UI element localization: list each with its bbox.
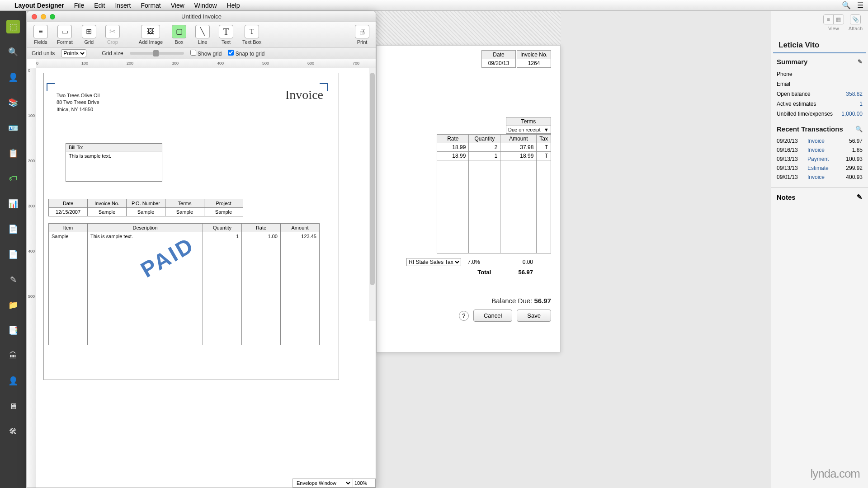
transaction-row[interactable]: 09/16/13Invoice1.85 [777,145,863,155]
bg-total-row: Total56.97 [477,269,533,276]
invoice-meta-table[interactable]: DateInvoice No.P.O. NumberTermsProject 1… [48,199,243,216]
bg-terms: Terms Due on receipt▼ [506,117,551,134]
menu-edit[interactable]: Edit [94,2,105,9]
attach-button[interactable]: 📎 Attach [849,14,863,31]
transaction-row[interactable]: 09/20/13Invoice56.97 [777,136,863,145]
print-button[interactable]: 🖨Print [352,24,372,46]
invoice-page[interactable]: Invoice Two Trees Olive Oil 88 Two Trees… [43,73,339,380]
layout-designer-window: Untitled Invoice ≡Fields ▭Format ⊞Grid ✂… [27,11,376,488]
dock-bank-icon[interactable]: 🏛 [6,349,20,362]
bill-to-field[interactable]: Bill To: This is sample text. [66,143,162,182]
help-button[interactable]: ? [459,311,469,321]
dock-books-icon[interactable]: 📚 [6,96,20,109]
crop-button[interactable]: ✂Crop [103,24,123,46]
menu-file[interactable]: File [74,2,85,9]
menu-insert[interactable]: Insert [115,2,131,9]
dock-monitor-icon[interactable]: 🖥 [6,399,20,413]
notes-header: Notes✎ [771,187,868,203]
company-address[interactable]: Two Trees Olive Oil 88 Two Trees Drive I… [57,92,99,113]
bg-hatch [376,11,561,45]
save-button[interactable]: Save [517,310,551,322]
lynda-logo: lynda.com [811,467,860,481]
app-name[interactable]: Layout Designer [14,2,64,9]
bg-invno-cell: Invoice No.1264 [517,50,551,68]
dock-icon-1[interactable]: ⬚ [6,20,20,33]
snap-to-grid-checkbox[interactable]: Snap to grid [228,50,264,57]
line-button[interactable]: ╲Line [193,24,212,46]
list-view-icon: ≡ [824,15,834,24]
edit-icon[interactable]: ✎ [858,58,863,65]
dock-user2-icon[interactable]: 👤 [6,374,20,388]
grid-view-icon: ▦ [834,15,844,24]
show-grid-checkbox[interactable]: Show grid [190,50,222,57]
menu-view[interactable]: View [171,2,184,9]
text-box-button[interactable]: TText Box [240,24,264,46]
transaction-row[interactable]: 09/13/13Payment100.93 [777,155,863,164]
dock-search-icon[interactable]: 🔍 [6,45,20,59]
invoice-title[interactable]: Invoice [285,88,323,102]
bg-line-items: RateQuantityAmountTax 18.99237.98T 18.99… [437,134,551,253]
menu-format[interactable]: Format [141,2,160,9]
bg-date-cell: Date09/20/13 [481,50,516,68]
dock-chart-icon[interactable]: 📊 [6,197,20,211]
text-button[interactable]: TText [216,24,236,46]
vertical-ruler: 0100200300400500 [27,68,36,488]
cancel-button[interactable]: Cancel [473,310,512,322]
bg-tax-row: RI State Sales Tax 7.0% 0.00 [406,258,533,266]
dock-doc2-icon[interactable]: 📄 [6,248,20,261]
customer-name: Leticia Vito [773,36,866,53]
toolbar: ≡Fields ▭Format ⊞Grid ✂Crop 🖼Add Image ▢… [27,22,376,47]
summary-header: Summary✎ [771,53,868,67]
grid-units-label: Grid units [32,50,55,56]
fields-button[interactable]: ≡Fields [31,24,51,46]
view-toggle[interactable]: ≡▦ View [823,14,844,31]
grid-units-select[interactable]: Points [61,49,86,57]
dock-clipboard-icon[interactable]: 📋 [6,146,20,160]
dock-card-icon[interactable]: 🪪 [6,121,20,135]
bg-balance: Balance Due: 56.97 [491,297,551,305]
dock-tag-icon[interactable]: 🏷 [6,172,20,185]
horizontal-ruler: 0100200300400500600700 [36,59,376,68]
dock-user-icon[interactable]: 👤 [6,70,20,84]
titlebar: Untitled Invoice [27,11,376,22]
transaction-row[interactable]: 09/13/13Estimate299.92 [777,164,863,173]
underlying-invoice: Date09/20/13 Invoice No.1264 Terms Due o… [376,45,561,352]
menubar: Layout Designer File Edit Insert Format … [0,0,868,11]
search-icon[interactable]: 🔍 [842,1,851,9]
zoom-field[interactable] [353,479,375,487]
summary-list: Phone Email Open balance358.82 Active es… [771,67,868,121]
grid-size-slider[interactable] [130,52,184,55]
dock-stack-icon[interactable]: 📑 [6,324,20,337]
dock-tools-icon[interactable]: 🛠 [6,425,20,438]
search-icon[interactable]: 🔍 [855,126,863,132]
menu-icon[interactable]: ☰ [857,1,863,9]
format-button[interactable]: ▭Format [54,24,75,46]
dock-folder-icon[interactable]: 📁 [6,298,20,312]
right-panel: ≡▦ View 📎 Attach Leticia Vito Summary✎ P… [771,11,868,488]
recent-transactions-header: Recent Transactions🔍 [771,121,868,135]
dropdown-icon[interactable]: ▼ [544,127,549,132]
grid-button[interactable]: ⊞Grid [79,24,99,46]
dock-doc-icon[interactable]: 📄 [6,222,20,236]
add-image-button[interactable]: 🖼Add Image [136,24,165,46]
vertical-scrollbar[interactable] [369,68,376,321]
envelope-select[interactable]: Envelope Window [293,479,352,487]
recent-transactions-list: 09/20/13Invoice56.97 09/16/13Invoice1.85… [771,135,868,183]
tax-item-select[interactable]: RI State Sales Tax [406,258,461,266]
canvas[interactable]: 0100200300400500600700 0100200300400500 … [27,59,376,488]
grid-size-label: Grid size [102,50,123,56]
left-dock: ⬚ 🔍 👤 📚 🪪 📋 🏷 📊 📄 📄 ✎ 📁 📑 🏛 👤 🖥 🛠 [0,11,26,488]
optionbar: Grid units Points Grid size Show grid Sn… [27,47,376,59]
dock-edit-icon[interactable]: ✎ [6,273,20,286]
window-title: Untitled Invoice [27,13,376,20]
canvas-bottom-controls: Envelope Window [292,479,376,488]
transaction-row[interactable]: 09/01/13Invoice400.93 [777,173,863,182]
box-button[interactable]: ▢Box [169,24,189,46]
menu-help[interactable]: Help [227,2,240,9]
edit-icon[interactable]: ✎ [857,193,863,201]
paperclip-icon: 📎 [850,15,860,24]
menu-window[interactable]: Window [194,2,217,9]
